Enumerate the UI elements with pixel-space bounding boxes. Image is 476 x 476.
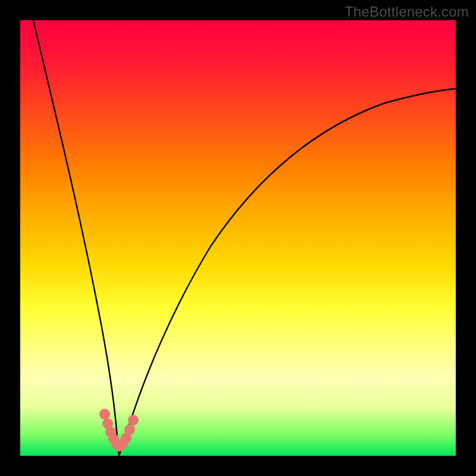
bottleneck-curve-right bbox=[119, 89, 456, 456]
bottleneck-curve-left bbox=[33, 20, 119, 456]
curve-layer bbox=[20, 20, 456, 456]
watermark-text: TheBottleneck.com bbox=[345, 4, 469, 20]
marker-dot bbox=[124, 424, 135, 435]
marker-dot bbox=[99, 409, 110, 419]
marker-dot bbox=[128, 415, 139, 425]
outer-frame: TheBottleneck.com bbox=[0, 0, 476, 476]
